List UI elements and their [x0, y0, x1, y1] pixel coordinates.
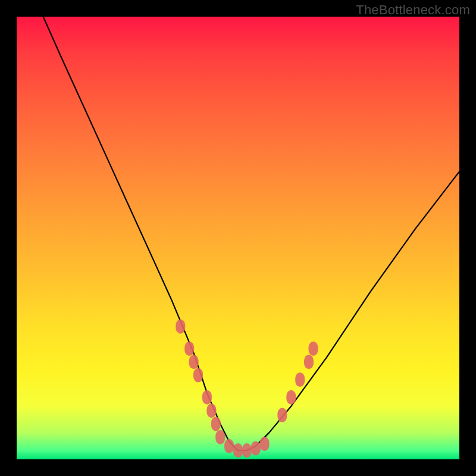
curve-layer — [43, 17, 459, 450]
data-marker — [286, 390, 296, 405]
data-marker — [184, 342, 194, 356]
data-marker — [176, 320, 185, 334]
data-marker — [233, 443, 243, 458]
data-marker — [277, 408, 287, 422]
data-marker — [242, 443, 252, 458]
bottleneck-curve — [43, 17, 459, 450]
data-marker — [251, 441, 261, 455]
data-marker — [206, 403, 216, 418]
data-marker — [295, 372, 305, 387]
data-marker — [309, 342, 318, 356]
data-marker — [304, 355, 314, 369]
data-marker — [211, 417, 221, 431]
chart-svg — [0, 0, 476, 476]
data-marker — [260, 437, 270, 451]
data-marker — [193, 368, 203, 383]
data-marker — [202, 390, 212, 405]
marker-layer — [176, 320, 318, 458]
data-marker — [224, 439, 234, 453]
data-marker — [215, 430, 225, 444]
data-marker — [189, 355, 199, 369]
